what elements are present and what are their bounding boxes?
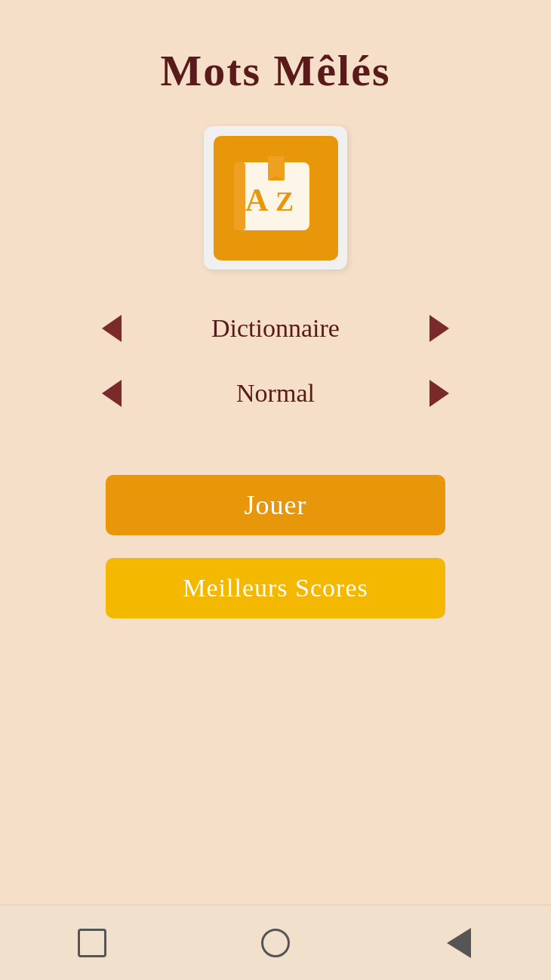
app-title: Mots Mêlés: [160, 45, 390, 96]
difficulty-next-button[interactable]: [422, 372, 457, 414]
dictionary-prev-button[interactable]: [94, 307, 129, 350]
svg-text:Z: Z: [276, 186, 294, 217]
nav-bar: [0, 904, 551, 980]
difficulty-prev-button[interactable]: [94, 372, 129, 414]
svg-rect-1: [234, 162, 245, 230]
home-icon: [261, 929, 290, 957]
svg-text:A: A: [245, 183, 269, 217]
chevron-left-icon: [102, 380, 122, 407]
dictionary-selector-row: Dictionnaire: [94, 307, 457, 350]
dictionary-icon: A Z: [214, 136, 338, 260]
chevron-left-icon: [102, 315, 122, 342]
chevron-right-icon: [429, 380, 449, 407]
nav-home-button[interactable]: [253, 920, 298, 966]
recent-icon: [78, 929, 106, 957]
difficulty-selector-label: Normal: [129, 379, 422, 408]
main-content: Mots Mêlés A Z Dictionnaire: [0, 0, 551, 904]
back-icon: [447, 928, 471, 958]
dictionary-next-button[interactable]: [422, 307, 457, 350]
app-icon-container: A Z: [204, 126, 347, 270]
nav-recent-button[interactable]: [69, 920, 115, 966]
dictionary-selector-label: Dictionnaire: [129, 314, 422, 343]
nav-back-button[interactable]: [436, 920, 482, 966]
play-button[interactable]: Jouer: [106, 475, 445, 535]
difficulty-selector-row: Normal: [94, 372, 457, 414]
buttons-container: Jouer Meilleurs Scores: [0, 475, 551, 618]
scores-button[interactable]: Meilleurs Scores: [106, 558, 445, 618]
chevron-right-icon: [429, 315, 449, 342]
